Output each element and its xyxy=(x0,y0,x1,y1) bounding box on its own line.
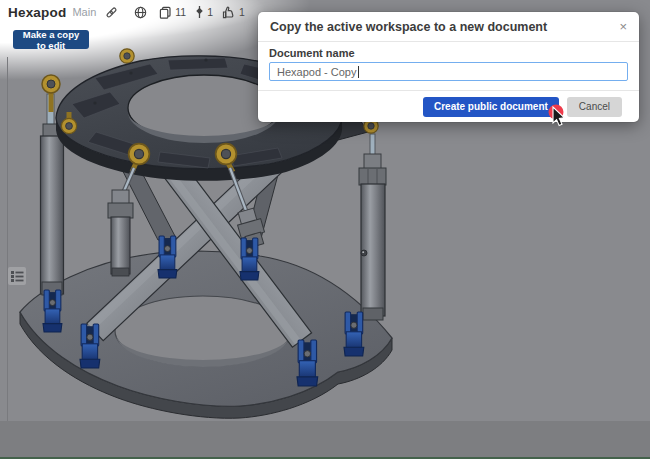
fork-icon xyxy=(195,5,204,19)
right-actuator xyxy=(359,134,386,320)
document-title: Hexapod xyxy=(8,5,66,20)
clamp-mid-right xyxy=(240,238,259,280)
document-name-label: Document name xyxy=(269,47,628,59)
likes-count: 1 xyxy=(239,6,245,18)
close-icon[interactable]: × xyxy=(617,18,629,35)
workspace-label: Main xyxy=(72,6,96,18)
clamp-right xyxy=(344,312,364,356)
copies-stat: 11 xyxy=(159,6,186,19)
dialog-header: Copy the active workspace to a new docum… xyxy=(258,12,639,42)
clamp-mid-left xyxy=(158,236,177,278)
document-name-value: Hexapod - Copy xyxy=(277,66,357,78)
likes-stat: 1 xyxy=(222,6,245,19)
clamp-left xyxy=(43,290,62,332)
public-globe-icon xyxy=(134,6,147,19)
document-header: Hexapod Main 11 1 1 xyxy=(8,3,245,21)
link-icon[interactable] xyxy=(105,6,118,19)
thumbs-up-icon xyxy=(222,6,236,19)
text-caret xyxy=(358,66,359,78)
cancel-button[interactable]: Cancel xyxy=(567,97,622,117)
dialog-footer: Create public document Cancel xyxy=(258,90,639,122)
copies-icon xyxy=(159,6,172,19)
clamp-front-right xyxy=(297,340,318,386)
dialog-title: Copy the active workspace to a new docum… xyxy=(270,20,617,34)
create-public-document-button[interactable]: Create public document xyxy=(423,97,559,117)
make-copy-button[interactable]: Make a copy to edit xyxy=(13,30,89,49)
forks-stat: 1 xyxy=(195,5,213,19)
clamp-front-left xyxy=(80,324,100,368)
feature-list-icon[interactable] xyxy=(8,267,26,285)
dialog-body: Document name Hexapod - Copy xyxy=(258,42,639,81)
copy-workspace-dialog: Copy the active workspace to a new docum… xyxy=(258,12,639,122)
bottom-toolbar-dimmed xyxy=(0,421,650,459)
onshape-public-document-page: { "header": { "title": "Hexapod", "works… xyxy=(0,0,650,459)
copies-count: 11 xyxy=(175,6,186,18)
document-name-input[interactable]: Hexapod - Copy xyxy=(269,62,628,81)
forks-count: 1 xyxy=(207,6,213,18)
